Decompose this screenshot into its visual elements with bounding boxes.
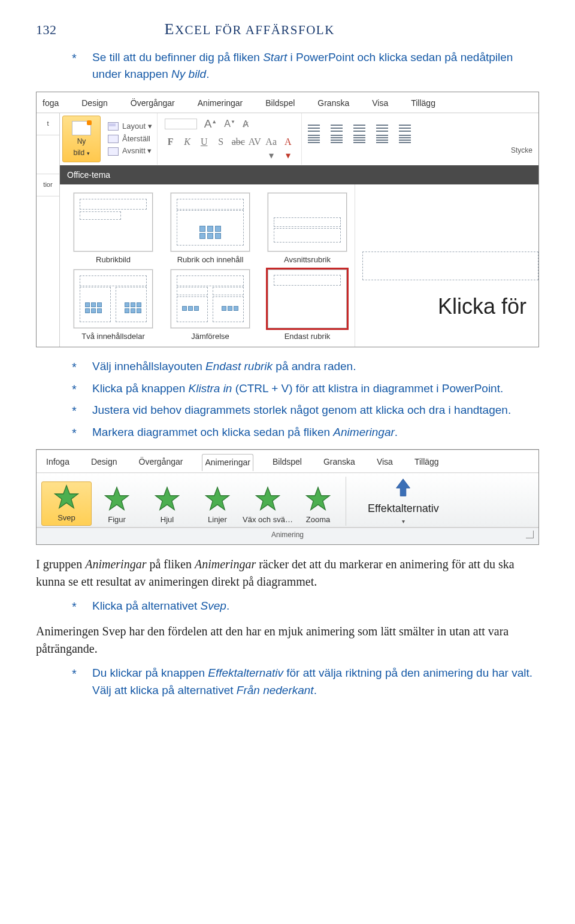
bullet-effektalternativ: Du klickar på knappen Effektalternativ f… xyxy=(72,665,539,699)
tab-foga[interactable]: foga xyxy=(41,96,60,110)
columns-icon[interactable] xyxy=(399,134,411,143)
line-spacing-icon[interactable] xyxy=(399,123,411,132)
layout-icon xyxy=(108,122,119,131)
svg-marker-4 xyxy=(256,487,280,510)
page-number: 132 xyxy=(36,20,57,40)
font-group: A▲ A▼ A̷ F K U S abc AV Aa ▾ A ▾ xyxy=(158,113,302,165)
dialog-launcher-icon[interactable] xyxy=(526,531,534,538)
animation-group-label: Animering xyxy=(37,528,538,544)
star-icon xyxy=(305,486,331,512)
increase-font-icon[interactable]: A▲ xyxy=(204,116,217,132)
tab-bildspel[interactable]: Bildspel xyxy=(264,96,296,110)
leftcol-cell: tior xyxy=(37,174,59,196)
leftcol-cell xyxy=(37,135,59,174)
strike-button[interactable]: abc xyxy=(232,135,244,162)
tab-overgangar[interactable]: Övergångar xyxy=(129,96,176,110)
tab-animeringar-active[interactable]: Animeringar xyxy=(202,454,253,471)
numbering-icon[interactable] xyxy=(331,123,343,132)
bullet-klistra-in: Klicka på knappen Klistra in (CTRL + V) … xyxy=(72,380,539,398)
layout-dropdown[interactable]: Layout ▾ xyxy=(122,121,152,132)
svg-marker-1 xyxy=(105,487,129,510)
star-icon xyxy=(53,484,80,510)
svg-marker-6 xyxy=(397,478,410,496)
slide-preview: Klicka för xyxy=(355,184,538,347)
leftcol-cell: t xyxy=(37,113,59,135)
reset-button[interactable]: Återställ xyxy=(122,134,150,145)
prose-animeringar: I gruppen Animeringar på fliken Animerin… xyxy=(36,556,539,590)
tab-visa[interactable]: Visa xyxy=(371,96,389,110)
tab-design[interactable]: Design xyxy=(89,454,120,471)
case-button[interactable]: Aa ▾ xyxy=(265,135,277,162)
svg-marker-0 xyxy=(55,486,78,508)
paragraph-group-label: Stycke xyxy=(511,146,532,156)
intro-bullet: Se till att du befinner dig på fliken St… xyxy=(72,49,539,83)
new-slide-button[interactable]: Ny bild ▾ xyxy=(62,116,101,162)
preview-title-text: Klicka för xyxy=(438,291,526,322)
new-slide-icon xyxy=(72,121,91,135)
prose-svep-fordel: Animeringen Svep har den fördelen att de… xyxy=(36,623,539,658)
effect-options-button[interactable]: Effektalternativ ▾ xyxy=(368,477,439,526)
screenshot-animations: Infoga Design Övergångar Animeringar Bil… xyxy=(36,449,539,544)
align-left-icon[interactable] xyxy=(308,134,320,143)
layout-tva-innehallsdelar[interactable]: Två innehållsdelar xyxy=(71,269,156,341)
book-title: EXCEL FÖR AFFÄRSFOLK xyxy=(165,18,335,41)
tab-infoga[interactable]: Infoga xyxy=(44,454,72,471)
chevron-down-icon[interactable]: ▾ xyxy=(87,150,90,156)
tab-tillagg[interactable]: Tillägg xyxy=(410,96,437,110)
anim-figur[interactable]: Figur xyxy=(92,486,142,526)
star-icon xyxy=(204,486,231,512)
clear-format-icon[interactable]: A̷ xyxy=(243,117,249,131)
bold-button[interactable]: F xyxy=(165,135,177,162)
layout-avsnittsrubrik[interactable]: Avsnittsrubrik xyxy=(265,193,350,265)
tab-granska[interactable]: Granska xyxy=(316,96,350,110)
tab-visa[interactable]: Visa xyxy=(374,454,395,471)
tab-tillagg[interactable]: Tillägg xyxy=(412,454,441,471)
paragraph-group: Stycke xyxy=(302,113,538,165)
star-icon xyxy=(104,486,130,512)
star-icon xyxy=(255,486,281,512)
underline-button[interactable]: U xyxy=(198,135,210,162)
align-right-icon[interactable] xyxy=(353,134,365,143)
decrease-font-icon[interactable]: A▼ xyxy=(224,117,235,131)
layout-jamforelse[interactable]: Jämförelse xyxy=(168,269,253,341)
ribbon-tabs-anim: Infoga Design Övergångar Animeringar Bil… xyxy=(37,450,538,472)
svg-marker-5 xyxy=(307,487,330,510)
screenshot-layouts: foga Design Övergångar Animeringar Bilds… xyxy=(36,92,539,348)
bullets-icon[interactable] xyxy=(308,123,320,132)
anim-svep[interactable]: Svep xyxy=(41,481,92,526)
layout-rubrik-och-innehall[interactable]: Rubrik och innehåll xyxy=(168,193,253,265)
section-icon xyxy=(108,147,119,156)
section-dropdown[interactable]: Avsnitt ▾ xyxy=(122,146,152,157)
font-size-input[interactable] xyxy=(165,119,197,129)
font-color-button[interactable]: A ▾ xyxy=(282,135,294,162)
anim-vax-och-sva[interactable]: Väx och svä… xyxy=(243,486,293,526)
tab-overgangar[interactable]: Övergångar xyxy=(137,454,186,471)
bullet-endast-rubrik: Välj innehållslayouten Endast rubrik på … xyxy=(72,358,539,375)
svg-marker-2 xyxy=(156,487,179,510)
indent-inc-icon[interactable] xyxy=(376,123,388,132)
layout-endast-rubrik[interactable]: Endast rubrik xyxy=(265,269,350,341)
reset-icon xyxy=(108,135,119,143)
char-spacing-button[interactable]: AV xyxy=(249,135,261,162)
indent-dec-icon[interactable] xyxy=(353,123,365,132)
anim-linjer[interactable]: Linjer xyxy=(192,486,243,526)
layouts-grid: Rubrikbild Rubrik och innehåll xyxy=(60,184,355,347)
bullet-justera: Justera vid behov diagrammets storlek nå… xyxy=(72,402,539,419)
bullet-animeringar: Markera diagrammet och klicka sedan på f… xyxy=(72,424,539,441)
tab-design[interactable]: Design xyxy=(80,96,109,110)
tab-bildspel[interactable]: Bildspel xyxy=(270,454,304,471)
bullet-svep: Klicka på alternativet Svep. xyxy=(72,598,539,615)
svg-marker-3 xyxy=(206,487,229,510)
italic-button[interactable]: K xyxy=(181,135,193,162)
office-theme-header: Office-tema xyxy=(60,165,538,184)
align-center-icon[interactable] xyxy=(331,134,343,143)
ribbon-tabs: foga Design Övergångar Animeringar Bilds… xyxy=(37,92,538,113)
tab-granska[interactable]: Granska xyxy=(321,454,358,471)
anim-zooma[interactable]: Zooma xyxy=(293,486,343,526)
align-justify-icon[interactable] xyxy=(376,134,388,143)
ribbon-strip: Ny bild ▾ Layout ▾ Återställ Avsnitt ▾ A… xyxy=(60,113,538,165)
anim-hjul[interactable]: Hjul xyxy=(142,486,192,526)
shadow-button[interactable]: S xyxy=(215,135,227,162)
layout-rubrikbild[interactable]: Rubrikbild xyxy=(71,193,156,265)
tab-animeringar[interactable]: Animeringar xyxy=(196,96,244,110)
